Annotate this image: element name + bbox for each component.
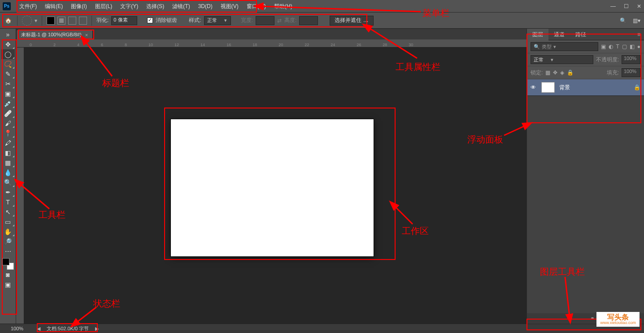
marquee-tool-indicator[interactable] — [22, 16, 32, 26]
workspace-icon[interactable]: ▥▾ — [633, 17, 640, 24]
layer-thumbnail[interactable] — [541, 82, 555, 93]
menu-type[interactable]: 文字(Y) — [116, 0, 142, 13]
document-tab[interactable]: 未标题-1 @ 100%(RGB/8#) × — [16, 30, 93, 39]
status-next-icon[interactable]: ▶ — [95, 326, 99, 332]
intersect-selection-icon[interactable] — [79, 17, 87, 25]
eyedropper-tool[interactable]: 💉 — [1, 99, 15, 108]
fill-label: 填充: — [607, 69, 619, 77]
foreground-color[interactable] — [2, 258, 9, 265]
canvas-viewport[interactable] — [16, 48, 527, 324]
filter-type-icon[interactable]: T — [616, 43, 619, 50]
fill-input[interactable]: 100% — [622, 68, 640, 77]
blur-tool[interactable]: 💧 — [1, 168, 15, 177]
tab-paths[interactable]: 路径 — [570, 29, 592, 40]
minimize-icon[interactable]: — — [610, 3, 616, 9]
vertical-ruler — [16, 48, 24, 324]
lock-position-icon[interactable]: ✥ — [553, 69, 557, 76]
lock-fill-icon[interactable]: ◈ — [560, 69, 564, 76]
dropdown-icon[interactable]: ▾ — [35, 17, 37, 24]
tab-layers[interactable]: 图层 — [527, 29, 548, 40]
brush-tool[interactable]: 🖌 — [1, 118, 15, 128]
menu-select[interactable]: 选择(S) — [142, 0, 168, 13]
menu-image[interactable]: 图像(I) — [67, 0, 91, 13]
visibility-icon[interactable]: 👁 — [531, 84, 537, 91]
zoom-display[interactable]: 100% — [4, 326, 30, 331]
subtract-selection-icon[interactable] — [68, 17, 76, 25]
select-and-mask-button[interactable]: 选择并遮住 … — [330, 16, 373, 26]
lock-pixels-icon[interactable]: ▦ — [545, 69, 550, 76]
add-selection-icon[interactable] — [57, 17, 65, 25]
lock-icon[interactable]: 🔒 — [634, 84, 640, 91]
healing-tool[interactable]: 🩹 — [1, 108, 15, 118]
clone-tool[interactable]: 📍 — [1, 128, 15, 138]
home-icon[interactable]: 🏠 — [4, 16, 13, 25]
status-bar: 100% ◀ 文档:502.0K/0 字节 ▶ — [0, 324, 644, 333]
tab-channels[interactable]: 通道 — [548, 29, 570, 40]
menu-file[interactable]: 文件(F) — [15, 0, 41, 13]
more-tools[interactable]: ⋯ — [1, 247, 15, 256]
blend-mode-select[interactable]: 正常 — [531, 55, 593, 64]
opacity-input[interactable]: 100% — [622, 55, 640, 64]
lock-all-icon[interactable]: 🔒 — [567, 69, 574, 76]
link-layers-icon[interactable]: ⚭ — [590, 315, 595, 321]
document-area: 未标题-1 @ 100%(RGB/8#) × 02468101214161820… — [16, 29, 527, 324]
style-select[interactable]: 正常 — [204, 16, 231, 25]
type-tool[interactable]: T — [1, 197, 15, 207]
hand-tool[interactable]: ✋ — [1, 227, 15, 237]
filter-shape-icon[interactable]: ▢ — [622, 43, 627, 50]
quick-mask-icon[interactable]: ◙ — [1, 270, 15, 280]
quick-select-tool[interactable]: ✎ — [1, 69, 15, 79]
height-input — [299, 16, 318, 25]
status-prev-icon[interactable]: ◀ — [37, 326, 40, 332]
panel-menu-icon[interactable]: ≡ — [634, 31, 644, 38]
close-icon[interactable]: ✕ — [637, 3, 641, 9]
menu-view[interactable]: 视图(V) — [217, 0, 243, 13]
frame-tool[interactable]: ▣ — [1, 89, 15, 99]
opacity-label: 不透明度: — [596, 56, 619, 64]
shape-tool[interactable]: ▭ — [1, 217, 15, 227]
menu-edit[interactable]: 编辑(E) — [41, 0, 67, 13]
menu-window[interactable]: 窗口(W) — [243, 0, 270, 13]
layer-filter-select[interactable]: 🔍 类型 ▾ — [531, 42, 598, 51]
pen-tool[interactable]: ✒ — [1, 187, 15, 197]
maximize-icon[interactable]: ☐ — [624, 3, 629, 9]
filter-toggle-icon[interactable]: ● — [637, 43, 640, 50]
layers-empty-area — [527, 96, 644, 313]
toolbox: » ✥ ◯ 📿 ✎ ✂ ▣ 💉 🩹 🖌 📍 🖍 ◧ ▦ 💧 🔍 ✒ T ↖ ▭ … — [0, 29, 16, 324]
feather-input[interactable]: 0 像素 — [111, 16, 137, 25]
antialias-checkbox[interactable] — [147, 17, 153, 23]
search-icon[interactable]: 🔍 — [620, 17, 627, 24]
width-input — [256, 16, 274, 25]
layer-row-background[interactable]: 👁 背景 🔒 — [527, 79, 644, 96]
screen-mode-icon[interactable]: ▣ — [1, 280, 15, 290]
dodge-tool[interactable]: 🔍 — [1, 177, 15, 187]
collapse-icon[interactable]: » — [1, 30, 15, 39]
marquee-tool[interactable]: ◯ — [1, 49, 15, 59]
move-tool[interactable]: ✥ — [1, 39, 15, 49]
tab-title: 未标题-1 @ 100%(RGB/8#) — [21, 31, 82, 38]
menu-3d[interactable]: 3D(D) — [194, 0, 217, 13]
filter-pixel-icon[interactable]: ▣ — [601, 43, 606, 50]
crop-tool[interactable]: ✂ — [1, 79, 15, 89]
eraser-tool[interactable]: ◧ — [1, 148, 15, 158]
lock-label: 锁定: — [531, 69, 543, 77]
canvas[interactable] — [171, 119, 374, 256]
swap-icon: ⇄ — [277, 17, 282, 24]
zoom-tool[interactable]: 🔎 — [1, 237, 15, 247]
color-swatches[interactable] — [2, 258, 14, 270]
menu-help[interactable]: 帮助(H) — [270, 0, 296, 13]
filter-smart-icon[interactable]: ◧ — [630, 43, 635, 50]
path-tool[interactable]: ↖ — [1, 207, 15, 217]
menu-filter[interactable]: 滤镜(T) — [168, 0, 194, 13]
history-brush-tool[interactable]: 🖍 — [1, 138, 15, 148]
lasso-tool[interactable]: 📿 — [1, 59, 15, 69]
layers-panel: 图层 通道 路径 ≡ 🔍 类型 ▾ ▣ ◐ T ▢ ◧ ● 正常 不透明度: 1… — [527, 29, 644, 324]
new-selection-icon[interactable] — [47, 17, 55, 25]
tab-close-icon[interactable]: × — [85, 32, 88, 38]
layer-name: 背景 — [559, 84, 570, 91]
main-area: » ✥ ◯ 📿 ✎ ✂ ▣ 💉 🩹 🖌 📍 🖍 ◧ ▦ 💧 🔍 ✒ T ↖ ▭ … — [0, 29, 644, 324]
width-label: 宽度: — [241, 17, 253, 24]
filter-adjust-icon[interactable]: ◐ — [609, 43, 613, 50]
gradient-tool[interactable]: ▦ — [1, 158, 15, 168]
menu-layer[interactable]: 图层(L) — [91, 0, 117, 13]
